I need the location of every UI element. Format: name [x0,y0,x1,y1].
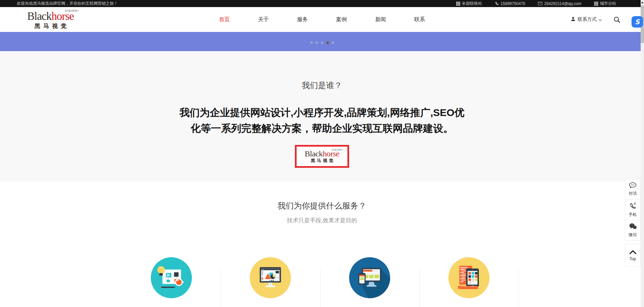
section-title: 我们是谁？ [0,51,644,91]
service-item-responsive[interactable] [349,257,390,298]
wechat-button[interactable]: 微信 [625,220,641,241]
service-divider [419,269,420,307]
menu-item-cases[interactable]: 案例 [336,16,347,23]
phone-number-link[interactable]: 15899750475 [495,1,525,6]
carousel-dot[interactable] [310,41,313,44]
topbar: 欢迎光临黑马视觉品牌官网，开启你的互联网营销之旅！ 全国联络站 15899750… [0,0,644,7]
logo-chinese-name: 黑马视觉 [19,22,82,30]
menu-item-service[interactable]: 服务 [297,16,308,23]
search-icon[interactable] [613,16,620,23]
service-divider [221,269,221,307]
service-item-app[interactable] [448,257,489,298]
carousel-dots [310,41,334,44]
mobile-label: 手机 [629,212,637,218]
section-subtitle: 技术只是手段,效果才是目的 [0,217,644,224]
topbar-link-label: 284292114@qq.com [544,1,581,6]
topbar-link-label: 全国联络站 [462,1,482,6]
welcome-text: 欢迎光临黑马视觉品牌官网，开启你的互联网营销之旅！ [17,1,118,6]
page: 欢迎光临黑马视觉品牌官网，开启你的互联网营销之旅！ 全国联络站 15899750… [0,0,644,307]
back-to-top-button[interactable]: Top [625,244,641,267]
grid-icon [594,2,598,6]
topbar-link-label: 15899750475 [501,1,525,6]
carousel-dot[interactable] [315,41,318,44]
logo-wordmark: BlackhorseVISION+ [305,150,339,158]
email-link[interactable]: 284292114@qq.com [538,1,581,6]
chevron-down-icon [599,17,602,22]
logo-vision-tag: VISION+ [332,149,343,151]
mail-icon [538,2,542,5]
topbar-links: 全国联络站 15899750475 284292114@qq.com 城市分站 [456,1,616,6]
service-item-design[interactable] [250,257,291,298]
nav-right-group: 联系方式 [571,7,620,32]
services-section: 我们为你提供什么服务？ 技术只是手段,效果才是目的 [0,182,644,307]
logo-box-banner[interactable]: BlackhorseVISION+ 黑马视觉 [295,145,349,168]
description-line: 我们为企业提供网站设计,小程序开发,品牌策划,网络推广,SEO优 [179,107,465,118]
service-divider [320,269,320,307]
logo-wordmark: BlackhorseVISION+ [27,11,74,22]
contact-dropdown[interactable]: 联系方式 [571,16,602,23]
who-we-are-section: 我们是谁？ 我们为企业提供网站设计,小程序开发,品牌策划,网络推广,SEO优 化… [0,51,644,182]
chat-button[interactable]: 对话 [625,179,641,200]
main-menu: 首页 关于 服务 案例 新闻 联系 [219,7,425,32]
wechat-label: 微信 [629,232,637,238]
carousel-dot[interactable] [332,41,334,44]
carousel-dot-active[interactable] [326,41,329,44]
logo-vision-tag: VISION+ [65,9,79,12]
menu-item-about[interactable]: 关于 [258,16,269,23]
chevron-up-icon [629,250,637,256]
chat-icon [629,182,637,190]
menu-item-contact[interactable]: 联系 [414,16,425,23]
service-divider [519,269,519,307]
site-logo[interactable]: BlackhorseVISION+ 黑马视觉 [19,11,82,30]
hero-carousel [0,32,644,51]
company-description: 我们为企业提供网站设计,小程序开发,品牌策划,网络推广,SEO优 化等一系列完整… [0,105,644,136]
mobile-button[interactable]: 手机 [625,199,641,220]
planning-illustration [151,257,192,298]
phone-icon [495,2,499,6]
grid-icon [456,2,460,6]
mobile-icon [629,202,636,211]
carousel-dot[interactable] [321,41,324,44]
extension-badge-icon[interactable]: S [632,16,643,28]
responsive-illustration [349,257,390,298]
top-label: Top [630,257,636,261]
service-item-planning[interactable] [151,257,192,298]
user-icon [571,16,576,23]
wechat-icon [629,223,637,231]
navbar: BlackhorseVISION+ 黑马视觉 首页 关于 服务 案例 新闻 联系… [0,7,644,32]
chat-label: 对话 [629,191,637,196]
topbar-link-label: 城市分站 [600,1,616,6]
scrollbar[interactable] [641,0,644,307]
description-line: 化等一系列完整解决方案，帮助企业实现互联网品牌建设。 [191,123,453,134]
menu-item-home[interactable]: 首页 [219,16,230,23]
city-branch-link[interactable]: 城市分站 [594,1,616,6]
national-network-link[interactable]: 全国联络站 [456,1,482,6]
design-illustration [250,257,291,298]
logo-chinese-name: 黑马视觉 [305,158,339,164]
floating-toolbar: 对话 手机 微信 Top [625,179,641,267]
section-title: 我们为你提供什么服务？ [0,182,644,211]
scrollbar-up-arrow[interactable] [641,1,644,3]
menu-item-news[interactable]: 新闻 [375,16,386,23]
app-illustration [448,257,489,298]
contact-dropdown-label: 联系方式 [578,16,597,23]
